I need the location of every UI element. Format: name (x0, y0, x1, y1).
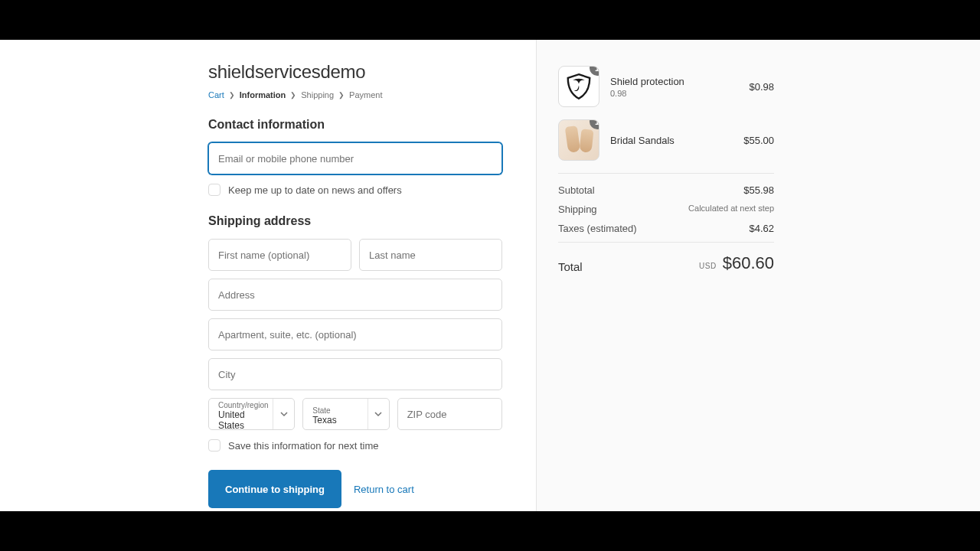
divider (558, 173, 774, 174)
item-name: Shield protection (610, 76, 738, 87)
total-amount: $60.60 (723, 253, 774, 272)
city-field[interactable] (208, 358, 502, 390)
breadcrumb-shipping: Shipping (301, 90, 334, 99)
total-label: Total (558, 260, 583, 273)
last-name-field[interactable] (359, 239, 502, 271)
taxes-label: Taxes (estimated) (558, 223, 637, 234)
breadcrumb-cart[interactable]: Cart (208, 90, 224, 99)
subscribe-label: Keep me up to date on news and offers (228, 184, 402, 196)
cart-item: 1 Shield protection 0.98 $0.98 (558, 66, 774, 107)
checkout-stage: shieldservicesdemo Cart ❯ Information ❯ … (0, 40, 980, 511)
breadcrumb-information: Information (240, 90, 286, 99)
qty-badge: 1 (590, 119, 599, 129)
shipping-heading: Shipping address (208, 214, 502, 228)
chevron-down-icon (368, 399, 389, 429)
letterbox-top (0, 0, 980, 40)
save-info-label: Save this information for next time (228, 440, 379, 452)
item-sub: 0.98 (610, 89, 738, 98)
breadcrumb: Cart ❯ Information ❯ Shipping ❯ Payment (208, 90, 502, 99)
store-title: shieldservicesdemo (208, 61, 502, 83)
chevron-right-icon: ❯ (229, 91, 235, 99)
total-currency: USD (699, 262, 717, 270)
return-link[interactable]: Return to cart (354, 484, 414, 495)
email-field[interactable] (208, 142, 502, 174)
state-label: State (312, 406, 367, 415)
form-column: shieldservicesdemo Cart ❯ Information ❯ … (0, 40, 536, 511)
summary-column: 1 Shield protection 0.98 $0.98 1 (536, 40, 980, 511)
divider (558, 242, 774, 243)
apartment-field[interactable] (208, 318, 502, 350)
item-name: Bridal Sandals (610, 135, 733, 146)
contact-heading: Contact information (208, 118, 502, 132)
country-label: Country/region (218, 401, 273, 409)
shipping-label: Shipping (558, 204, 597, 215)
state-value: Texas (312, 415, 367, 425)
product-thumb-sandals: 1 (558, 119, 599, 161)
country-value: United States (218, 409, 273, 432)
shield-icon (564, 72, 593, 101)
breadcrumb-payment: Payment (349, 90, 382, 99)
continue-button[interactable]: Continue to shipping (208, 470, 341, 508)
letterbox-bottom (0, 511, 980, 551)
chevron-right-icon: ❯ (290, 91, 296, 99)
first-name-field[interactable] (208, 239, 351, 271)
save-info-checkbox[interactable] (208, 439, 220, 452)
subtotal-label: Subtotal (558, 184, 595, 196)
subscribe-checkbox[interactable] (208, 184, 220, 196)
subtotal-value: $55.98 (743, 184, 774, 196)
chevron-right-icon: ❯ (338, 91, 345, 99)
state-select[interactable]: State Texas (302, 398, 389, 430)
product-thumb-shield: 1 (558, 66, 599, 107)
item-price: $55.00 (743, 135, 774, 146)
country-select[interactable]: Country/region United States (208, 398, 295, 430)
taxes-value: $4.62 (749, 223, 774, 234)
chevron-down-icon (273, 399, 294, 429)
item-price: $0.98 (749, 81, 774, 93)
shipping-value: Calculated at next step (688, 204, 774, 215)
zip-field[interactable] (397, 398, 502, 430)
cart-item: 1 Bridal Sandals $55.00 (558, 119, 774, 161)
address-field[interactable] (208, 279, 502, 311)
